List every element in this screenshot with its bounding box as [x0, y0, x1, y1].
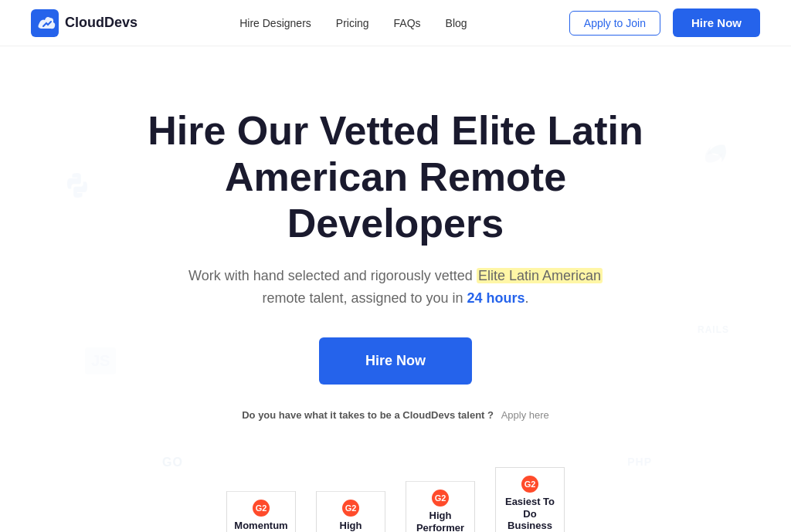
apply-to-join-button[interactable]: Apply to Join [569, 11, 660, 36]
logo-icon [31, 9, 59, 37]
nav-faqs[interactable]: FAQs [394, 17, 421, 29]
nav-pricing[interactable]: Pricing [336, 17, 369, 29]
badge-easiest-business: G2 Easiest To Do Business With WINTER 20… [491, 467, 569, 532]
cta-subtext: Do you have what it takes to be a CloudD… [15, 409, 776, 421]
highlight-hours: 24 hours [467, 290, 525, 306]
badge-high-performer: G2 High Performer WINTER 2023 [312, 491, 389, 532]
badge-title-4: Easiest To Do Business With [502, 496, 558, 532]
logo-link[interactable]: CloudDevs [31, 9, 137, 37]
hero-section: JS GO RAILS PHP Hire Our Vetted Elite La… [0, 46, 791, 532]
nav-right: Apply to Join Hire Now [569, 8, 760, 37]
hero-subtitle: Work with hand selected and rigorously v… [171, 265, 620, 310]
badge-title-1: Momentum Leader [233, 520, 289, 532]
apply-here-link[interactable]: Apply here [501, 409, 549, 421]
go-icon: GO [162, 456, 183, 469]
badge-title-3: High Performer [412, 510, 468, 532]
python-icon [62, 170, 93, 206]
badge-top-1: G2 Momentum Leader [226, 491, 296, 532]
g2-logo-3: G2 [432, 490, 449, 507]
js-icon: JS [85, 347, 116, 374]
badge-high-performer-small-biz: G2 High Performer Small Business WINTER … [402, 481, 479, 532]
badge-top-4: G2 Easiest To Do Business With [495, 467, 565, 532]
g2-logo-2: G2 [342, 500, 359, 517]
badge-top-2: G2 High Performer [316, 491, 385, 532]
swift-icon [700, 139, 729, 175]
badge-top-3: G2 High Performer Small Business [406, 481, 475, 532]
nav-links: Hire Designers Pricing FAQs Blog [239, 16, 467, 30]
g2-logo-4: G2 [521, 476, 538, 493]
hero-title: Hire Our Vetted Elite Latin American Rem… [125, 108, 666, 246]
logo-text: CloudDevs [65, 15, 137, 31]
php-icon: PHP [627, 456, 652, 468]
badge-momentum-leader: G2 Momentum Leader WINTER 2023 [222, 491, 300, 532]
badge-title-2: High Performer [323, 520, 379, 532]
g2-logo-1: G2 [253, 500, 270, 517]
highlight-latin: Elite Latin American [477, 268, 603, 283]
hire-now-nav-button[interactable]: Hire Now [673, 8, 760, 37]
nav-hire-designers[interactable]: Hire Designers [239, 17, 311, 29]
rails-icon: RAILS [698, 324, 729, 335]
hire-now-hero-button[interactable]: Hire Now [319, 337, 472, 385]
badges-row: G2 Momentum Leader WINTER 2023 G2 High P… [15, 467, 776, 532]
navbar: CloudDevs Hire Designers Pricing FAQs Bl… [0, 0, 791, 46]
nav-blog[interactable]: Blog [446, 17, 467, 29]
